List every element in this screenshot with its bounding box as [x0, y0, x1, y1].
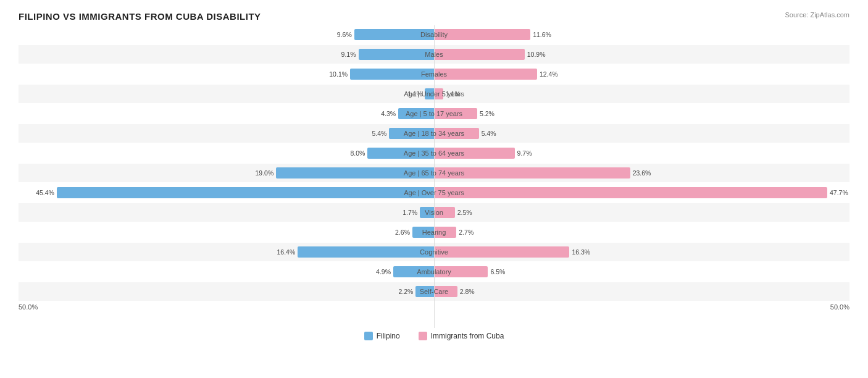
- bar-left-section: 8.0%: [19, 144, 434, 162]
- bar-right-section: 9.7%: [434, 144, 849, 162]
- bar-pink: [434, 128, 479, 139]
- bar-pink: [434, 148, 515, 159]
- value-right: 2.7%: [459, 229, 478, 236]
- value-left: 45.4%: [35, 189, 54, 196]
- axis-left-label: 50.0%: [19, 303, 434, 311]
- bar-pink: [434, 187, 827, 198]
- value-left: 2.6%: [390, 229, 410, 236]
- value-right: 23.6%: [633, 169, 653, 177]
- legend-filipino-box: [364, 332, 373, 340]
- bar-pink: [434, 167, 630, 178]
- legend-filipino-label: Filipino: [377, 332, 400, 340]
- bar-left-section: 9.1%: [19, 45, 434, 64]
- value-left: 16.4%: [275, 248, 295, 256]
- bar-pink: [434, 69, 537, 80]
- bar-right-section: 6.5%: [434, 262, 849, 281]
- value-left: 1.1%: [403, 90, 422, 98]
- bar-right-section: 10.9%: [434, 45, 849, 64]
- chart-title: FILIPINO VS IMMIGRANTS FROM CUBA DISABIL…: [19, 11, 849, 22]
- bar-blue: [359, 49, 434, 60]
- bar-left-section: 2.2%: [19, 282, 434, 301]
- bar-right-section: 47.7%: [434, 183, 849, 202]
- legend-cuba: Immigrants from Cuba: [419, 332, 504, 340]
- value-right: 6.5%: [490, 268, 510, 275]
- value-right: 2.5%: [457, 209, 477, 216]
- bar-right-section: 5.4%: [434, 124, 849, 143]
- bar-right-section: 2.5%: [434, 203, 849, 222]
- value-right: 1.1%: [446, 90, 465, 98]
- value-left: 19.0%: [254, 169, 273, 177]
- value-right: 5.2%: [480, 110, 499, 117]
- bar-blue: [367, 148, 434, 159]
- bar-blue: [425, 88, 434, 99]
- legend-cuba-box: [419, 332, 427, 340]
- value-right: 16.3%: [572, 248, 591, 256]
- bar-blue: [415, 286, 434, 297]
- bar-left-section: 9.6%: [19, 25, 434, 44]
- center-divider: [434, 25, 435, 328]
- bar-right-section: 11.6%: [434, 25, 849, 44]
- bar-left-section: 1.7%: [19, 203, 434, 222]
- bar-right-section: 5.2%: [434, 104, 849, 123]
- bar-blue: [57, 187, 434, 198]
- bar-left-section: 10.1%: [19, 65, 434, 83]
- bar-pink: [434, 266, 488, 277]
- bar-right-section: 16.3%: [434, 243, 849, 261]
- bar-blue: [389, 128, 434, 139]
- bar-left-section: 4.3%: [19, 104, 434, 123]
- bar-blue: [412, 227, 434, 238]
- chart-container: FILIPINO VS IMMIGRANTS FROM CUBA DISABIL…: [0, 0, 868, 378]
- value-right: 9.7%: [517, 149, 537, 157]
- axis-right-label: 50.0%: [434, 303, 849, 311]
- bar-blue: [276, 167, 434, 178]
- bar-pink: [434, 29, 530, 40]
- value-left: 1.7%: [398, 209, 417, 216]
- value-left: 8.0%: [345, 149, 365, 157]
- bar-blue: [398, 108, 434, 119]
- bar-blue: [298, 246, 434, 258]
- bar-pink: [434, 207, 455, 218]
- value-right: 5.4%: [482, 130, 501, 137]
- value-right: 10.9%: [527, 51, 547, 58]
- bar-left-section: 1.1%: [19, 85, 434, 103]
- bar-pink: [434, 227, 456, 238]
- bar-blue: [350, 69, 434, 80]
- value-left: 4.9%: [371, 268, 391, 275]
- value-left: 2.2%: [393, 288, 413, 295]
- bar-right-section: 2.7%: [434, 223, 849, 242]
- bar-blue: [354, 29, 434, 40]
- bar-left-section: 4.9%: [19, 262, 434, 281]
- bar-right-section: 23.6%: [434, 164, 849, 182]
- bar-left-section: 45.4%: [19, 183, 434, 202]
- bar-left-section: 5.4%: [19, 124, 434, 143]
- legend-cuba-label: Immigrants from Cuba: [431, 332, 504, 340]
- chart-area: 9.6%11.6%Disability9.1%10.9%Males10.1%12…: [19, 25, 849, 328]
- value-right: 12.4%: [540, 70, 559, 78]
- bar-pink: [434, 286, 457, 297]
- bar-pink: [434, 246, 569, 258]
- bar-pink: [434, 88, 443, 99]
- value-left: 9.6%: [332, 31, 352, 38]
- bar-pink: [434, 49, 525, 60]
- bar-blue: [420, 207, 434, 218]
- value-left: 4.3%: [376, 110, 396, 117]
- bar-left-section: 2.6%: [19, 223, 434, 242]
- bar-left-section: 19.0%: [19, 164, 434, 182]
- value-right: 47.7%: [830, 189, 849, 196]
- value-left: 9.1%: [336, 51, 356, 58]
- bar-right-section: 1.1%: [434, 85, 849, 103]
- value-left: 5.4%: [367, 130, 386, 137]
- legend-filipino: Filipino: [364, 332, 400, 340]
- value-left: 10.1%: [328, 70, 348, 78]
- bar-left-section: 16.4%: [19, 243, 434, 261]
- bar-blue: [393, 266, 434, 277]
- bar-right-section: 12.4%: [434, 65, 849, 83]
- source-label: Source: ZipAtlas.com: [785, 11, 849, 19]
- bar-right-section: 2.8%: [434, 282, 849, 301]
- legend: Filipino Immigrants from Cuba: [19, 332, 849, 340]
- bar-pink: [434, 108, 477, 119]
- value-right: 2.8%: [460, 288, 480, 295]
- value-right: 11.6%: [533, 31, 553, 38]
